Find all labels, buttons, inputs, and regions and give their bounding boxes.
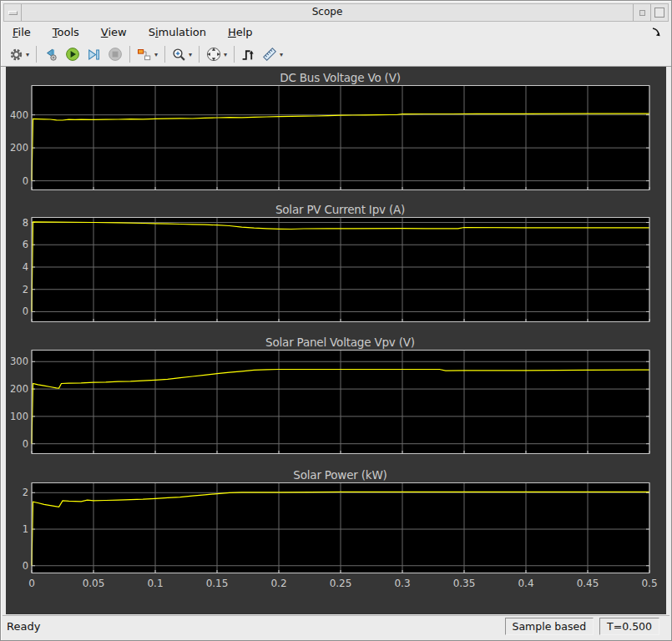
menu-help[interactable]: Help xyxy=(228,26,253,38)
trigger-button[interactable] xyxy=(238,45,259,64)
cursor-measurements-button[interactable]: ▾ xyxy=(259,44,286,64)
fit-to-view-icon xyxy=(206,47,221,62)
scope-plot-1: DC Bus Voltage Vo (V)0200400 xyxy=(6,70,666,190)
toolbar-separator xyxy=(199,46,200,63)
toolbar-group: ▾ xyxy=(238,43,286,66)
window-menu-button[interactable] xyxy=(4,4,22,21)
plot-area-3[interactable]: 0100200300 xyxy=(6,350,666,454)
chevron-down-icon[interactable]: ▾ xyxy=(280,51,283,58)
y-tick-label: 400 xyxy=(10,109,28,121)
step-forward-button[interactable] xyxy=(83,45,104,64)
menu-view[interactable]: View xyxy=(101,26,127,38)
plot-title: Solar Panel Voltage Vpv (V) xyxy=(6,335,666,350)
run-icon xyxy=(65,47,80,62)
zoom-in-icon xyxy=(172,48,186,62)
x-tick-label: 0.45 xyxy=(577,578,599,589)
status-message: Ready xyxy=(7,620,499,633)
toolbar-separator xyxy=(164,46,165,63)
x-tick-label: 0.05 xyxy=(83,578,105,589)
measurements-icon xyxy=(262,47,277,62)
plot-area-4[interactable]: 01200.050.10.150.20.250.30.350.40.450.5 xyxy=(6,482,666,593)
step-back-button[interactable] xyxy=(40,45,62,64)
y-tick-label: 6 xyxy=(23,239,28,250)
menu-file[interactable]: File xyxy=(13,26,31,38)
x-tick-label: 0.5 xyxy=(641,578,657,589)
toolbar-separator xyxy=(36,46,37,63)
chevron-down-icon[interactable]: ▾ xyxy=(224,51,227,58)
scope-plot-2: Solar PV Current Ipv (A)02468 xyxy=(6,202,666,322)
y-tick-label: 2 xyxy=(23,487,28,498)
scope-plot-4: Solar Power (kW)01200.050.10.150.20.250.… xyxy=(6,467,666,593)
x-tick-label: 0.15 xyxy=(206,578,229,589)
window-menu-icon xyxy=(8,11,18,15)
y-tick-label: 0 xyxy=(23,438,28,450)
chevron-down-icon[interactable]: ▾ xyxy=(26,51,29,58)
toolbar-separator xyxy=(129,46,130,63)
y-tick-label: 300 xyxy=(10,356,28,367)
window-title: Scope xyxy=(22,4,633,21)
statusbar: Ready Sample based T=0.500 xyxy=(3,615,669,637)
chevron-down-icon[interactable]: ▾ xyxy=(154,51,158,58)
y-tick-label: 100 xyxy=(10,411,28,422)
run-button[interactable] xyxy=(62,44,83,64)
y-tick-label: 0 xyxy=(23,305,28,317)
plot-area-1[interactable]: 0200400 xyxy=(6,85,666,190)
scope-plot-3: Solar Panel Voltage Vpv (V)0100200300 xyxy=(6,335,666,454)
stop-icon xyxy=(108,47,123,62)
dock-scope-button[interactable] xyxy=(649,25,663,38)
stop-button[interactable] xyxy=(104,44,126,64)
plot-title: Solar Power (kW) xyxy=(6,467,666,482)
signal-selector-icon xyxy=(137,48,152,62)
dock-arrow-icon xyxy=(650,26,662,38)
x-tick-label: 0 xyxy=(28,578,35,589)
trigger-icon xyxy=(241,48,255,62)
signal-selector-button[interactable]: ▾ xyxy=(134,45,161,64)
y-tick-label: 200 xyxy=(10,142,28,154)
x-tick-label: 0.4 xyxy=(518,578,533,589)
y-tick-label: 0 xyxy=(23,175,28,187)
maximize-button[interactable] xyxy=(650,4,668,21)
toolbar-group: ▾ xyxy=(169,43,195,66)
gear-icon xyxy=(9,48,23,62)
step-forward-icon xyxy=(87,48,101,62)
toolbar-group: ▾ xyxy=(134,43,161,66)
status-sample-mode: Sample based xyxy=(505,618,594,635)
y-tick-label: 4 xyxy=(23,261,28,273)
y-tick-label: 1 xyxy=(23,523,28,535)
y-tick-label: 2 xyxy=(23,284,28,295)
fit-to-view-button[interactable]: ▾ xyxy=(203,44,230,64)
zoom-button[interactable]: ▾ xyxy=(169,45,195,64)
chevron-down-icon[interactable]: ▾ xyxy=(189,51,192,58)
x-tick-label: 0.25 xyxy=(330,578,352,589)
plot-title: Solar PV Current Ipv (A) xyxy=(6,202,666,217)
menu-tools[interactable]: Tools xyxy=(53,26,79,38)
maximize-icon xyxy=(654,8,664,18)
x-tick-label: 0.35 xyxy=(453,578,476,589)
x-tick-label: 0.1 xyxy=(147,578,163,589)
x-tick-label: 0.3 xyxy=(394,578,410,589)
configuration-properties-button[interactable]: ▾ xyxy=(6,45,33,64)
step-back-icon xyxy=(43,48,58,62)
y-tick-label: 200 xyxy=(10,383,28,395)
toolbar-group: ▾ xyxy=(6,43,33,66)
minimize-icon xyxy=(639,10,645,16)
status-sim-time: T=0.500 xyxy=(599,618,659,635)
plot-area-2[interactable]: 02468 xyxy=(6,217,666,322)
x-tick-label: 0.2 xyxy=(270,578,286,589)
scope-canvas: DC Bus Voltage Vo (V)0200400Solar PV Cur… xyxy=(6,67,666,614)
y-tick-label: 0 xyxy=(23,560,28,572)
toolbar-group xyxy=(40,43,126,66)
titlebar[interactable]: Scope xyxy=(3,3,669,22)
menu-simulation[interactable]: Simulation xyxy=(149,26,206,38)
menubar: FileToolsViewSimulationHelp xyxy=(1,22,671,43)
toolbar: ▾▾▾▾▾ xyxy=(1,43,671,67)
minimize-button[interactable] xyxy=(633,4,650,21)
scope-window: Scope FileToolsViewSimulationHelp ▾▾▾▾▾ … xyxy=(0,0,672,641)
plot-title: DC Bus Voltage Vo (V) xyxy=(6,70,666,85)
toolbar-group: ▾ xyxy=(203,43,230,66)
y-tick-label: 8 xyxy=(23,217,28,229)
toolbar-separator xyxy=(234,46,235,63)
